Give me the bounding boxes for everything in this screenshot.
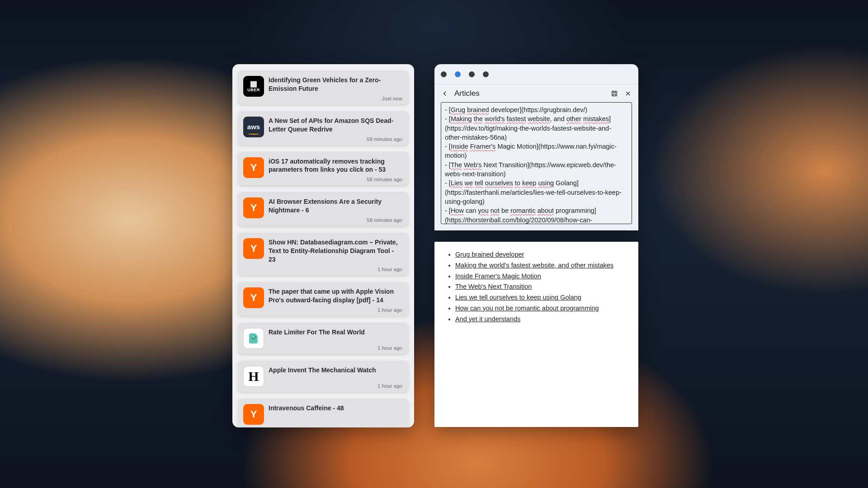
notes-window: Articles - [Grug brained developer](http…	[434, 64, 638, 230]
notification-title: Rate Limiter For The Real World	[269, 328, 402, 337]
list-item: Making the world's fastest website, and …	[455, 261, 628, 271]
preview-link[interactable]: How can you not be romantic about progra…	[455, 305, 599, 312]
editor-line[interactable]: - [Making the world's fastest website, a…	[445, 114, 628, 142]
svg-rect-0	[612, 91, 617, 96]
list-item: Lies we tell ourselves to keep using Gol…	[455, 293, 628, 303]
preview-link[interactable]: Making the world's fastest website, and …	[455, 262, 613, 269]
hn-icon: Y	[243, 404, 264, 425]
notification-time: 58 minutes ago	[367, 136, 402, 142]
notification-title: Intravenous Caffeine - 48	[269, 404, 402, 413]
notification-card[interactable]: YiOS 17 automatically removes tracking p…	[238, 152, 409, 186]
workspace-dot-1[interactable]	[441, 71, 447, 77]
list-item: Grug brained developer	[455, 250, 628, 260]
notification-time: 1 hour ago	[377, 383, 402, 389]
notification-card[interactable]: YShow HN: Databasediagram.com – Private,…	[238, 233, 409, 276]
window-titlebar[interactable]	[434, 64, 638, 84]
notification-card[interactable]: HApple Invent The Mechanical Watch1 hour…	[238, 361, 409, 392]
notification-title: Apple Invent The Mechanical Watch	[269, 366, 402, 375]
preview-card: Grug brained developerMaking the world's…	[434, 242, 638, 427]
uber-icon: ▦UBER	[243, 76, 264, 97]
workspace-dot-3[interactable]	[469, 71, 475, 77]
notification-time: 58 minutes ago	[367, 177, 402, 182]
notification-title: iOS 17 automatically removes tracking pa…	[269, 157, 402, 174]
notification-card[interactable]: ▦UBERIdentifying Green Vehicles for a Ze…	[238, 70, 409, 105]
notification-title: Identifying Green Vehicles for a Zero-Em…	[269, 76, 402, 93]
hn-icon: Y	[243, 238, 264, 259]
editor-line[interactable]: - [Grug brained developer](https://grugb…	[445, 105, 628, 114]
notification-card[interactable]: YAI Browser Extensions Are a Security Ni…	[238, 192, 409, 226]
list-item: How can you not be romantic about progra…	[455, 304, 628, 314]
save-icon[interactable]	[610, 89, 618, 98]
back-icon[interactable]	[441, 89, 449, 98]
preview-link[interactable]: Lies we tell ourselves to keep using Gol…	[455, 294, 581, 301]
close-icon[interactable]	[624, 89, 632, 98]
notification-card[interactable]: YThe paper that came up with Apple Visio…	[238, 282, 409, 316]
notification-title: AI Browser Extensions Are a Security Nig…	[269, 197, 402, 215]
preview-list: Grug brained developerMaking the world's…	[444, 250, 628, 324]
notification-card[interactable]: YIntravenous Caffeine - 48	[238, 399, 409, 427]
workspace-dot-4[interactable]	[483, 71, 489, 77]
preview-link[interactable]: The Web's Next Transition	[455, 283, 532, 290]
hn-icon: Y	[243, 287, 264, 308]
notification-title: The paper that came up with Apple Vision…	[269, 287, 402, 305]
notes-editor[interactable]: - [Grug brained developer](https://grugb…	[441, 102, 632, 224]
notes-toolbar: Articles	[434, 84, 638, 102]
notification-time: Just now	[382, 96, 402, 101]
editor-line[interactable]: - [Lies we tell ourselves to keep using …	[445, 178, 628, 206]
preview-link[interactable]: Grug brained developer	[455, 251, 524, 258]
notification-title: A New Set of APIs for Amazon SQS Dead-Le…	[269, 117, 402, 134]
notification-time: 1 hour ago	[377, 345, 402, 351]
editor-line[interactable]: - [Inside Framer's Magic Motion](https:/…	[445, 142, 628, 160]
preview-link[interactable]: Inside Framer's Magic Motion	[455, 272, 541, 280]
note-title: Articles	[454, 89, 605, 98]
notification-title: Show HN: Databasediagram.com – Private, …	[269, 238, 402, 264]
notification-time: 1 hour ago	[377, 267, 402, 272]
notification-card[interactable]: awsA New Set of APIs for Amazon SQS Dead…	[238, 111, 409, 145]
hn-icon: Y	[243, 197, 264, 218]
aws-icon: aws	[243, 117, 264, 137]
list-item: The Web's Next Transition	[455, 282, 628, 292]
notification-time: 58 minutes ago	[367, 217, 402, 223]
editor-line[interactable]: - [How can you not be romantic about pro…	[445, 206, 628, 224]
notification-time: 1 hour ago	[377, 307, 402, 313]
preview-link[interactable]: And yet it understands	[455, 315, 520, 323]
hn-icon: Y	[243, 157, 264, 178]
workspace-dot-2[interactable]	[455, 71, 461, 77]
list-item: Inside Framer's Magic Motion	[455, 272, 628, 282]
hackaday-icon: H	[243, 366, 264, 387]
notification-card[interactable]: Rate Limiter For The Real World1 hour ag…	[238, 323, 409, 354]
list-item: And yet it understands	[455, 314, 628, 324]
notifications-panel[interactable]: ▦UBERIdentifying Green Vehicles for a Ze…	[232, 64, 414, 427]
dev-icon	[243, 328, 264, 349]
editor-line[interactable]: - [The Web's Next Transition](https://ww…	[445, 160, 628, 179]
